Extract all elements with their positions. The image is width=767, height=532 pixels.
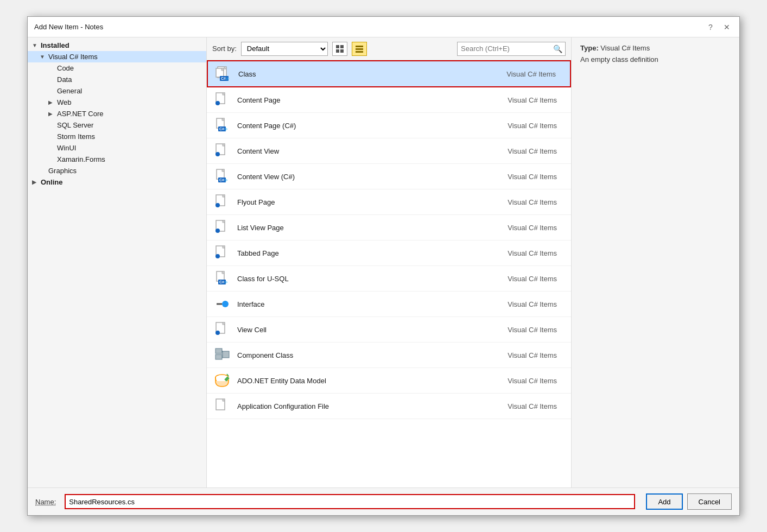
search-container: 🔍 <box>457 42 566 56</box>
svg-rect-4 <box>356 46 363 47</box>
info-type: Type: Visual C# Items <box>580 44 731 52</box>
center-panel: Sort by: Default Name Type <box>207 37 571 487</box>
type-value: Visual C# Items <box>600 44 650 52</box>
aspnet-label: ASP.NET Core <box>57 110 104 118</box>
interface-icon <box>212 295 232 313</box>
item-row-content-page[interactable]: Content Page Visual C# Items <box>207 87 571 113</box>
item-name-appconfig: Application Configuration File <box>237 402 479 410</box>
item-cat-content-page-cs: Visual C# Items <box>479 122 566 130</box>
code-label: Code <box>57 64 74 72</box>
data-label: Data <box>57 75 72 84</box>
svg-rect-49 <box>215 349 222 353</box>
sidebar-item-code[interactable]: Code <box>28 62 206 74</box>
item-cat-appconfig: Visual C# Items <box>479 402 566 410</box>
item-row-content-view-cs[interactable]: C# ⟳ Content View (C#) Visual C# Items <box>207 164 571 189</box>
item-row-viewcell[interactable]: View Cell Visual C# Items <box>207 317 571 343</box>
sidebar-item-graphics[interactable]: Graphics <box>28 165 206 176</box>
graphics-arrow <box>40 168 47 174</box>
sidebar-item-visual-cs[interactable]: ▼ Visual C# Items <box>28 51 206 62</box>
svg-text:⟳: ⟳ <box>224 127 228 132</box>
tabbed-icon <box>212 244 232 262</box>
item-row-interface[interactable]: Interface Visual C# Items <box>207 292 571 317</box>
sidebar-item-online[interactable]: ▶ Online <box>28 176 206 188</box>
web-arrow: ▶ <box>48 99 56 105</box>
web-label: Web <box>57 98 72 106</box>
svg-point-24 <box>215 152 220 156</box>
item-row-content-page-cs[interactable]: C# ⟳ Content Page (C#) Visual C# Items <box>207 113 571 138</box>
sidebar-item-general[interactable]: General <box>28 85 206 97</box>
main-content: ▼ Installed ▼ Visual C# Items Code Data … <box>28 37 739 487</box>
list-view-button[interactable] <box>352 42 367 56</box>
toolbar: Sort by: Default Name Type <box>207 37 571 60</box>
usql-icon: C# ⟳ <box>212 270 232 287</box>
title-bar: Add New Item - Notes ? ✕ <box>28 17 739 37</box>
item-cat-class: Visual C# Items <box>478 70 565 78</box>
svg-line-52 <box>222 351 223 352</box>
sort-by-label: Sort by: <box>212 45 237 53</box>
cancel-button[interactable]: Cancel <box>687 493 732 510</box>
svg-point-35 <box>215 229 220 233</box>
type-label: Type: <box>580 44 599 52</box>
item-cat-interface: Visual C# Items <box>479 300 566 308</box>
item-name-content-page-cs: Content Page (C#) <box>237 122 479 130</box>
item-row-content-view[interactable]: Content View Visual C# Items <box>207 138 571 164</box>
online-label: Online <box>41 178 62 186</box>
item-row-appconfig[interactable]: Application Configuration File Visual C#… <box>207 394 571 419</box>
sidebar-item-data[interactable]: Data <box>28 74 206 85</box>
item-row-class[interactable]: C# ⟳ Class Visual C# Items <box>207 60 571 87</box>
item-name-class: Class <box>238 70 478 78</box>
winui-arrow <box>48 145 56 151</box>
svg-text:C#: C# <box>219 178 224 182</box>
svg-text:C#: C# <box>219 127 224 131</box>
item-row-component[interactable]: Component Class Visual C# Items <box>207 343 571 368</box>
item-row-listview[interactable]: List View Page Visual C# Items <box>207 215 571 240</box>
action-buttons: Add Cancel <box>646 493 732 510</box>
list-view-icon <box>355 45 364 53</box>
sidebar-item-storm[interactable]: Storm Items <box>28 131 206 142</box>
item-cat-usql: Visual C# Items <box>479 275 566 283</box>
item-row-usql[interactable]: C# ⟳ Class for U-SQL Visual C# Items <box>207 266 571 292</box>
item-name-usql: Class for U-SQL <box>237 275 479 283</box>
item-name-content-view: Content View <box>237 147 479 155</box>
visual-cs-arrow: ▼ <box>40 54 47 60</box>
svg-rect-0 <box>336 45 339 48</box>
item-row-ado[interactable]: ADO.NET Entity Data Model Visual C# Item… <box>207 368 571 394</box>
grid-view-button[interactable] <box>332 42 347 56</box>
dialog-title: Add New Item - Notes <box>34 23 103 31</box>
data-arrow <box>48 77 56 83</box>
content-page-icon <box>212 91 232 109</box>
svg-point-48 <box>215 331 220 335</box>
sql-label: SQL Server <box>57 121 93 129</box>
svg-point-45 <box>222 301 229 307</box>
storm-label: Storm Items <box>57 132 95 141</box>
svg-text:⟳: ⟳ <box>224 178 228 183</box>
svg-text:⟳: ⟳ <box>224 280 228 285</box>
sidebar-item-sql[interactable]: SQL Server <box>28 119 206 131</box>
flyout-icon <box>212 193 232 211</box>
search-input[interactable] <box>457 42 566 56</box>
item-row-flyout[interactable]: Flyout Page Visual C# Items <box>207 189 571 215</box>
svg-rect-1 <box>340 45 344 48</box>
sidebar-item-aspnet[interactable]: ▶ ASP.NET Core <box>28 108 206 119</box>
sort-select[interactable]: Default Name Type <box>241 42 328 56</box>
content-view-icon <box>212 142 232 160</box>
svg-rect-51 <box>223 351 229 358</box>
add-button[interactable]: Add <box>646 493 682 510</box>
close-button[interactable]: ✕ <box>721 21 733 33</box>
item-row-tabbed[interactable]: Tabbed Page Visual C# Items <box>207 240 571 266</box>
search-icon: 🔍 <box>553 45 562 53</box>
help-button[interactable]: ? <box>705 21 717 33</box>
sidebar-item-winui[interactable]: WinUI <box>28 142 206 154</box>
sidebar-item-web[interactable]: ▶ Web <box>28 97 206 108</box>
sidebar-item-xamarin[interactable]: Xamarin.Forms <box>28 154 206 165</box>
installed-arrow: ▼ <box>32 42 40 48</box>
svg-point-38 <box>215 254 220 258</box>
viewcell-icon <box>212 321 232 338</box>
component-icon <box>212 346 232 364</box>
name-input[interactable] <box>65 494 635 509</box>
appconfig-icon <box>212 397 232 415</box>
sidebar-item-installed[interactable]: ▼ Installed <box>28 40 206 51</box>
items-list[interactable]: C# ⟳ Class Visual C# Items <box>207 60 571 487</box>
svg-rect-2 <box>336 49 339 53</box>
svg-rect-6 <box>356 51 363 53</box>
